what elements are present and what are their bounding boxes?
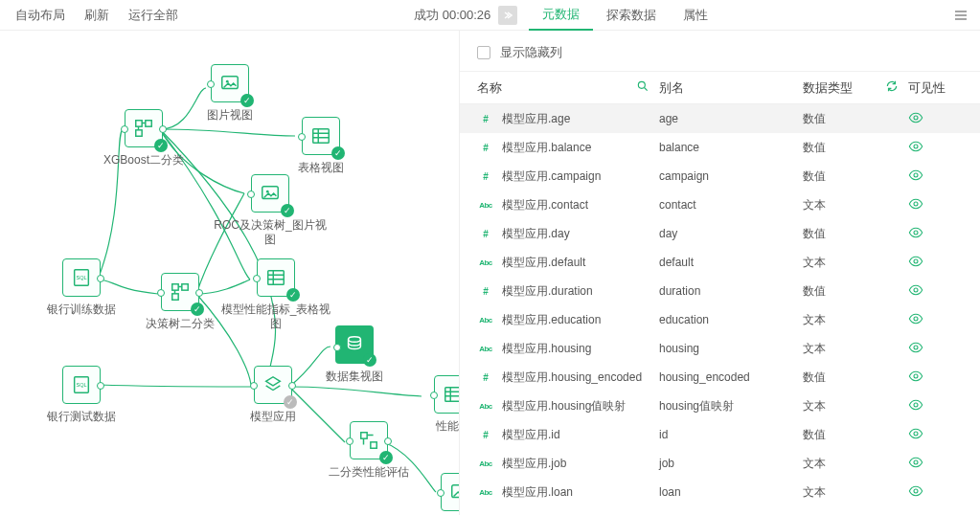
column-type: 文本: [803, 484, 908, 501]
node-perf-table-view[interactable]: ✓ 模型性能指标_表格视图: [233, 258, 319, 331]
text-type-icon: Abc: [477, 258, 494, 267]
column-alias: housing值映射: [659, 398, 803, 414]
search-icon[interactable]: [636, 79, 650, 96]
visibility-eye-icon[interactable]: [908, 426, 923, 441]
node-label: 二分类性能评估: [311, 465, 426, 480]
column-name: 模型应用.age: [502, 111, 570, 127]
table-row[interactable]: #模型应用.balancebalance数值: [460, 133, 980, 162]
column-type: 文本: [803, 312, 908, 328]
visibility-eye-icon[interactable]: [908, 369, 923, 384]
col-header-alias: 别名: [659, 79, 803, 97]
node-dataset-view[interactable]: ✓ 数据集视图: [311, 325, 398, 384]
table-row[interactable]: #模型应用.housing_encodedhousing_encoded数值: [460, 363, 980, 392]
collapse-panel-button[interactable]: [498, 6, 517, 25]
visibility-eye-icon[interactable]: [908, 254, 923, 269]
column-alias: duration: [659, 284, 803, 298]
number-type-icon: #: [477, 372, 494, 383]
tab-metadata[interactable]: 元数据: [529, 0, 593, 31]
svg-point-26: [914, 231, 918, 235]
svg-rect-12: [172, 294, 178, 300]
tab-properties[interactable]: 属性: [670, 0, 721, 31]
visibility-eye-icon[interactable]: [908, 282, 923, 298]
col-header-name: 名称: [477, 79, 502, 97]
svg-rect-10: [172, 284, 178, 290]
list-options-icon[interactable]: [947, 8, 974, 23]
node-label: ROC及决策树_图片视图: [213, 218, 328, 247]
column-name: 模型应用.housing值映射: [502, 398, 626, 414]
table-row[interactable]: #模型应用.ageage数值: [460, 104, 980, 133]
column-type: 数值: [803, 369, 908, 386]
table-row[interactable]: #模型应用.durationduration数值: [460, 277, 980, 305]
col-header-type: 数据类型: [803, 79, 853, 97]
visibility-eye-icon[interactable]: [908, 196, 923, 212]
node-roc-image-view[interactable]: ✓ ROC及决策树_图片视图: [227, 174, 313, 247]
show-hidden-checkbox[interactable]: [477, 46, 490, 59]
columns-table-body[interactable]: #模型应用.ageage数值#模型应用.balancebalance数值#模型应…: [460, 104, 980, 515]
column-alias: education: [659, 313, 803, 326]
visibility-eye-icon[interactable]: [908, 340, 923, 355]
table-row[interactable]: Abc模型应用.educationeducation文本: [460, 305, 980, 334]
node-table-view[interactable]: ✓ 表格视图: [278, 117, 364, 175]
column-name: 模型应用.contact: [502, 197, 588, 213]
node-decision-tree[interactable]: ✓ 决策树二分类: [137, 273, 223, 331]
node-xgboost[interactable]: ✓ XGBoost二分类: [101, 109, 187, 168]
visibility-eye-icon[interactable]: [908, 483, 923, 499]
visibility-eye-icon[interactable]: [908, 139, 923, 154]
node-test-data[interactable]: SQL 银行测试数据: [38, 366, 125, 424]
column-name: 模型应用.housing: [502, 341, 591, 357]
refresh-types-icon[interactable]: [885, 79, 899, 96]
text-type-icon: Abc: [477, 316, 494, 325]
visibility-eye-icon[interactable]: [908, 168, 923, 183]
refresh-button[interactable]: 刷新: [75, 1, 119, 30]
run-all-button[interactable]: 运行全部: [119, 1, 188, 30]
workflow-canvas[interactable]: ✓ 图片视图 ✓ XGBoost二分类 ✓ 表格视图: [0, 31, 460, 515]
number-type-icon: #: [477, 143, 494, 153]
table-row[interactable]: #模型应用.idid数值: [460, 420, 980, 449]
number-type-icon: #: [477, 114, 494, 124]
svg-point-34: [914, 460, 918, 464]
visibility-eye-icon[interactable]: [908, 225, 923, 240]
text-type-icon: Abc: [477, 402, 494, 411]
svg-rect-4: [136, 130, 142, 136]
svg-point-33: [914, 432, 918, 436]
column-type: 文本: [803, 398, 908, 414]
column-name: 模型应用.id: [502, 427, 560, 443]
visibility-eye-icon[interactable]: [908, 110, 923, 125]
column-type: 文本: [803, 456, 908, 472]
column-alias: age: [659, 112, 803, 125]
table-row[interactable]: #模型应用.dayday数值: [460, 219, 980, 248]
node-roc-partial[interactable]: ROC: [417, 473, 460, 515]
svg-rect-11: [182, 284, 188, 290]
node-image-view[interactable]: ✓ 图片视图: [187, 64, 273, 123]
svg-point-21: [638, 81, 645, 88]
svg-text:SQL: SQL: [76, 382, 86, 388]
table-row[interactable]: Abc模型应用.housing值映射housing值映射文本: [460, 392, 980, 420]
column-alias: housing: [659, 342, 803, 355]
column-type: 文本: [803, 341, 908, 357]
table-row[interactable]: Abc模型应用.contactcontact文本: [460, 190, 980, 219]
table-row[interactable]: Abc模型应用.jobjob文本: [460, 449, 980, 478]
column-type: 数值: [803, 168, 908, 185]
table-row[interactable]: Abc模型应用.housinghousing文本: [460, 334, 980, 363]
panel-options: 显示隐藏列: [460, 31, 980, 72]
node-perf-metrics-partial[interactable]: 性能指: [410, 375, 460, 434]
table-row[interactable]: Abc模型应用.defaultdefault文本: [460, 248, 980, 277]
visibility-eye-icon[interactable]: [908, 455, 923, 470]
svg-point-29: [914, 317, 918, 321]
auto-layout-button[interactable]: 自动布局: [6, 1, 75, 30]
table-row[interactable]: Abc模型应用.loanloan文本: [460, 478, 980, 506]
node-binary-eval[interactable]: ✓ 二分类性能评估: [326, 421, 412, 480]
node-train-data[interactable]: SQL 银行训练数据: [38, 258, 125, 317]
column-alias: day: [659, 227, 803, 240]
status-label: 成功: [414, 7, 439, 24]
tab-explore-data[interactable]: 探索数据: [593, 0, 670, 31]
metadata-panel: 显示隐藏列 名称 别名 数据类型 可见性 #模型应用.ageage数值#模型应用…: [460, 31, 980, 515]
svg-point-24: [914, 173, 918, 177]
text-type-icon: Abc: [477, 459, 494, 468]
svg-point-31: [914, 374, 918, 378]
column-name: 模型应用.loan: [502, 484, 573, 501]
svg-rect-19: [371, 442, 376, 448]
visibility-eye-icon[interactable]: [908, 397, 923, 413]
visibility-eye-icon[interactable]: [908, 311, 923, 326]
table-row[interactable]: #模型应用.campaigncampaign数值: [460, 162, 980, 190]
